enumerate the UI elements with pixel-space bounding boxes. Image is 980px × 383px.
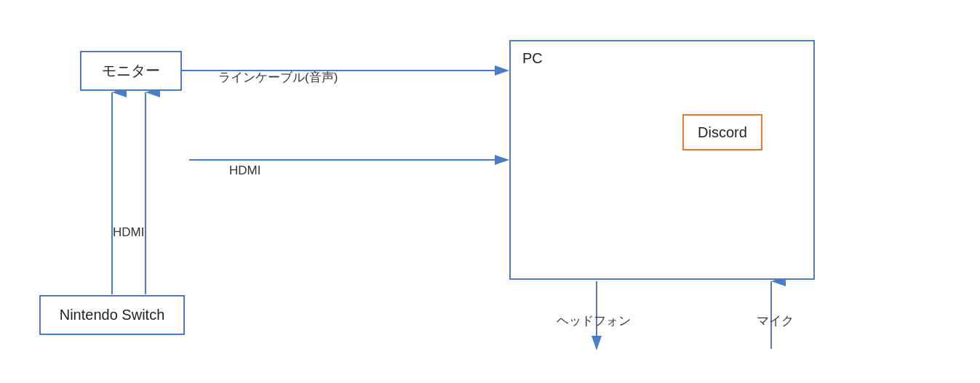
discord-box: Discord xyxy=(682,114,762,150)
nintendo-label: Nintendo Switch xyxy=(60,307,165,323)
hdmi-horizontal-label: HDMI xyxy=(229,164,260,178)
diagram: モニター Nintendo Switch PC Discord ラインケーブル(… xyxy=(0,0,980,383)
mic-label: マイク xyxy=(757,313,794,329)
headphone-label: ヘッドフォン xyxy=(557,313,631,329)
line-cable-label: ラインケーブル(音声) xyxy=(218,69,338,86)
pc-box: PC Discord xyxy=(509,40,815,280)
discord-label: Discord xyxy=(698,124,747,141)
pc-label: PC xyxy=(522,50,543,67)
monitor-label: モニター xyxy=(102,61,160,81)
monitor-box: モニター xyxy=(80,51,182,91)
nintendo-box: Nintendo Switch xyxy=(39,295,185,335)
hdmi-vertical-label: HDMI xyxy=(113,225,144,240)
